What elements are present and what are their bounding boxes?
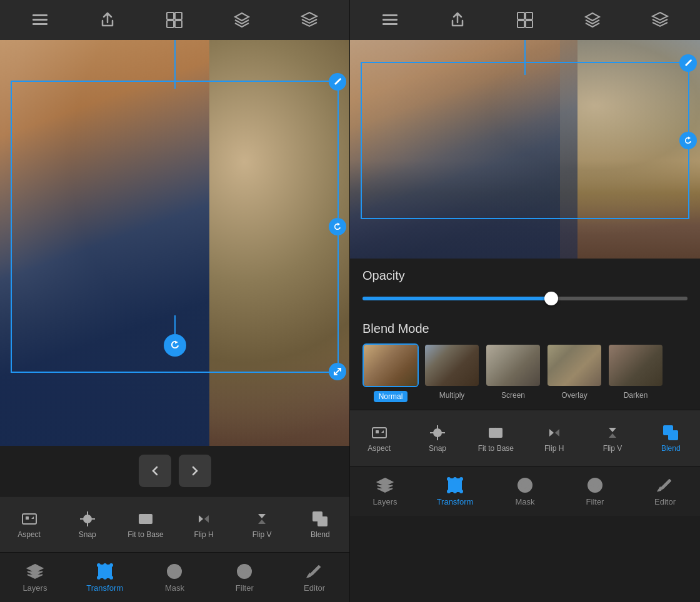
- svg-point-20: [103, 576, 107, 580]
- svg-rect-1: [32, 19, 48, 21]
- svg-point-46: [522, 482, 528, 488]
- fit-label: Fit to Base: [128, 530, 163, 539]
- svg-rect-8: [26, 516, 29, 520]
- svg-rect-26: [382, 23, 398, 25]
- rotate-bottom-handle[interactable]: [164, 315, 186, 357]
- menu-icon[interactable]: [26, 6, 54, 34]
- right-flip-v-tool[interactable]: Flip V: [588, 424, 638, 453]
- svg-point-43: [453, 477, 457, 481]
- blend-label-left: Blend: [311, 530, 330, 539]
- right-menu-icon[interactable]: [376, 6, 404, 34]
- left-panel: Aspect Snap Fit to Base Flip H: [0, 0, 350, 602]
- svg-rect-13: [318, 517, 327, 526]
- blend-screen-label: Screen: [501, 391, 525, 400]
- opacity-thumb[interactable]: [544, 292, 558, 305]
- blend-multiply-thumb: [424, 343, 480, 387]
- transform-nav-label-right: Transform: [437, 497, 474, 506]
- svg-rect-27: [518, 12, 524, 19]
- right-flip-h-label: Flip H: [544, 444, 564, 453]
- layers-nav-right[interactable]: Layers: [357, 476, 413, 506]
- right-bottom-tools: Aspect Snap Fit to Base Flip H: [350, 410, 700, 466]
- svg-point-42: [459, 490, 463, 493]
- opacity-title: Opacity: [362, 269, 688, 283]
- left-canvas[interactable]: [0, 40, 349, 446]
- right-fit-label: Fit to Base: [478, 444, 514, 453]
- editor-nav-label-left: Editor: [304, 583, 325, 593]
- right-layer-single-icon[interactable]: [579, 6, 606, 34]
- right-fit-tool[interactable]: Fit to Base: [471, 424, 521, 453]
- mask-nav-label-right: Mask: [515, 497, 534, 506]
- fit-to-base-tool[interactable]: Fit to Base: [121, 510, 171, 539]
- svg-point-17: [97, 576, 101, 580]
- opacity-slider-container[interactable]: [362, 290, 688, 307]
- aspect-tool[interactable]: Aspect: [4, 510, 54, 539]
- layer-single-icon[interactable]: [228, 6, 256, 34]
- svg-point-10: [86, 518, 89, 520]
- right-rotate-handle-mid[interactable]: [679, 132, 697, 149]
- snap-tool[interactable]: Snap: [62, 510, 112, 539]
- transform-nav-right[interactable]: Transform: [427, 476, 483, 506]
- svg-rect-5: [167, 21, 174, 27]
- mask-nav-right[interactable]: Mask: [497, 476, 553, 506]
- svg-point-44: [453, 490, 457, 493]
- right-blend-tool[interactable]: Blend: [646, 424, 696, 453]
- opacity-track[interactable]: [362, 297, 688, 300]
- blend-screen-thumb: [485, 343, 541, 387]
- blend-darken-label: Darken: [624, 391, 648, 400]
- svg-rect-2: [32, 23, 48, 25]
- editor-nav-right[interactable]: Editor: [637, 476, 693, 506]
- mask-nav-left[interactable]: Mask: [146, 562, 202, 593]
- blend-title: Blend Mode: [362, 322, 688, 336]
- opacity-section: Opacity: [350, 259, 700, 314]
- editor-nav-label-right: Editor: [654, 497, 676, 506]
- filter-nav-right[interactable]: Filter: [567, 476, 623, 506]
- mask-nav-label-left: Mask: [165, 583, 184, 593]
- right-flip-v-label: Flip V: [603, 444, 622, 453]
- filter-nav-label-left: Filter: [236, 583, 254, 593]
- svg-point-16: [109, 563, 113, 567]
- blend-screen[interactable]: Screen: [485, 343, 541, 402]
- filter-nav-left[interactable]: Filter: [216, 562, 272, 593]
- layers-nav-left[interactable]: Layers: [7, 562, 63, 593]
- flip-v-tool[interactable]: Flip V: [237, 510, 287, 539]
- flip-h-tool[interactable]: Flip H: [179, 510, 229, 539]
- svg-point-22: [171, 568, 178, 575]
- editor-nav-left[interactable]: Editor: [286, 562, 342, 593]
- right-canvas[interactable]: [350, 40, 700, 259]
- flip-v-label: Flip V: [252, 530, 272, 539]
- filter-nav-label-right: Filter: [586, 497, 604, 506]
- svg-rect-28: [526, 12, 532, 19]
- left-top-toolbar: [0, 0, 349, 40]
- right-transform-box[interactable]: [361, 62, 689, 219]
- svg-point-18: [109, 576, 113, 580]
- blend-normal[interactable]: Normal: [362, 343, 419, 402]
- svg-point-34: [436, 432, 439, 434]
- blend-darken[interactable]: Darken: [608, 343, 664, 402]
- prev-button[interactable]: [139, 455, 171, 487]
- svg-rect-31: [372, 428, 386, 438]
- svg-point-19: [103, 563, 107, 567]
- blend-tool-left[interactable]: Blend: [295, 510, 345, 539]
- layers-nav-label-left: Layers: [22, 583, 47, 593]
- transform-nav-left[interactable]: Transform: [77, 562, 133, 593]
- svg-point-15: [97, 563, 101, 567]
- layers-stack-icon[interactable]: [296, 6, 323, 34]
- right-aspect-label: Aspect: [368, 444, 391, 453]
- right-edit-handle[interactable]: [679, 54, 697, 72]
- svg-rect-0: [32, 14, 48, 16]
- rotate-handle-mid[interactable]: [329, 218, 346, 235]
- blend-section: Blend Mode Normal Multiply Screen: [350, 314, 700, 410]
- share-icon[interactable]: [94, 6, 121, 34]
- right-flip-h-tool[interactable]: Flip H: [529, 424, 579, 453]
- right-aspect-tool[interactable]: Aspect: [354, 424, 404, 453]
- next-button[interactable]: [179, 455, 211, 487]
- svg-rect-29: [518, 21, 524, 27]
- blend-multiply[interactable]: Multiply: [424, 343, 480, 402]
- blend-overlay[interactable]: Overlay: [546, 343, 602, 402]
- right-snap-tool[interactable]: Snap: [412, 424, 462, 453]
- right-layers-stack-icon[interactable]: [646, 6, 674, 34]
- grid-icon[interactable]: [161, 6, 188, 34]
- right-share-icon[interactable]: [444, 6, 471, 34]
- right-grid-icon[interactable]: [511, 6, 539, 34]
- snap-label: Snap: [79, 530, 96, 539]
